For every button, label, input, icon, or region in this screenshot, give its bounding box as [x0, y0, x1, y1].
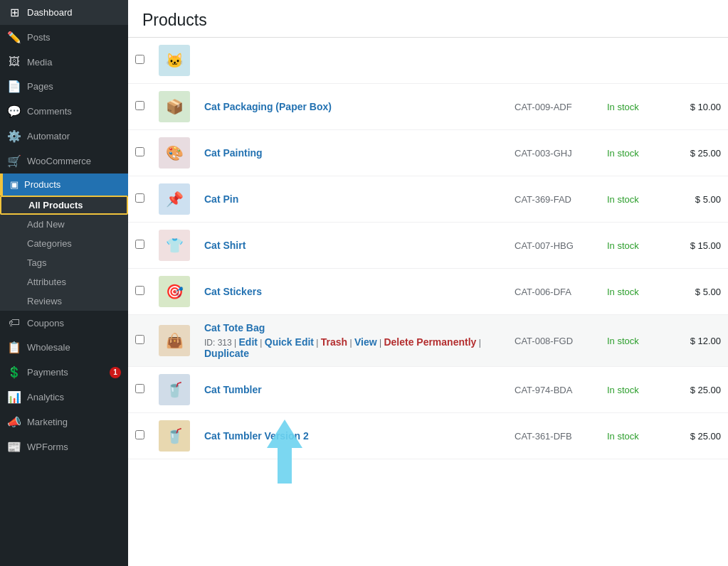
product-thumbnail: 👕	[159, 230, 190, 261]
sidebar-item-payments[interactable]: 💲 Payments 1	[0, 360, 128, 385]
sidebar-item-pages[interactable]: 📄 Pages	[0, 74, 128, 99]
stock-status: In stock	[607, 194, 639, 205]
product-thumbnail: 👜	[159, 325, 190, 356]
sidebar-item-label: WooCommerce	[27, 156, 121, 166]
products-table: 🐱 📦 Cat Packaging (Paper Box) CAT-009-AD…	[128, 38, 728, 459]
payments-icon: 💲	[7, 365, 21, 379]
page-header: Products	[128, 0, 728, 38]
sidebar-item-label: Payments	[27, 367, 107, 378]
product-name-cell: Cat Tumbler	[197, 367, 507, 413]
product-price: $ 10.00	[690, 102, 721, 112]
sidebar-item-media[interactable]: 🖼 Media	[0, 50, 128, 74]
product-name-link[interactable]: Cat Packaging (Paper Box)	[204, 101, 332, 112]
row-checkbox[interactable]	[135, 147, 144, 156]
duplicate-link[interactable]: Duplicate	[204, 348, 249, 359]
product-name-cell: Cat Painting	[197, 130, 507, 176]
row-checkbox[interactable]	[135, 193, 144, 203]
table-row: 🥤 Cat Tumbler CAT-974-BDA In stock $ 25.…	[128, 367, 728, 413]
product-name-link[interactable]: Cat Pin	[204, 193, 238, 205]
pages-icon: 📄	[7, 80, 21, 93]
row-checkbox[interactable]	[135, 55, 144, 64]
product-name-cell: Cat Pin	[197, 176, 507, 223]
sidebar-item-all-products[interactable]: All Products	[0, 196, 128, 215]
product-thumbnail: 🐱	[159, 45, 190, 76]
row-checkbox[interactable]	[135, 384, 144, 393]
table-row: 📌 Cat Pin CAT-369-FAD In stock $ 5.00	[128, 176, 728, 223]
row-checkbox[interactable]	[135, 240, 144, 249]
sidebar-item-analytics[interactable]: 📊 Analytics	[0, 385, 128, 410]
product-thumbnail: 📌	[159, 183, 190, 215]
product-name-cell: Cat Packaging (Paper Box)	[197, 84, 507, 130]
product-name-link[interactable]: Cat Tumbler Version 2	[204, 430, 309, 442]
sidebar-item-label: Comments	[27, 106, 121, 117]
row-checkbox[interactable]	[135, 286, 144, 295]
posts-icon: ✏️	[7, 31, 21, 44]
product-name-link[interactable]: Cat Tumbler	[204, 384, 262, 395]
sidebar-item-products[interactable]: ▣ Products	[0, 173, 128, 196]
media-icon: 🖼	[7, 55, 21, 68]
sidebar-item-automator[interactable]: ⚙️ Automator	[0, 124, 128, 149]
table-row: 📦 Cat Packaging (Paper Box) CAT-009-ADF …	[128, 84, 728, 130]
product-name-cell	[197, 38, 507, 84]
sidebar-item-marketing[interactable]: 📣 Marketing	[0, 410, 128, 434]
product-sku: CAT-361-DFB	[515, 431, 572, 442]
product-name-cell: Cat Tumbler Version 2	[197, 413, 507, 459]
sidebar-item-add-new[interactable]: Add New	[0, 215, 128, 234]
sidebar-item-label: Pages	[27, 81, 121, 92]
sidebar-item-posts[interactable]: ✏️ Posts	[0, 25, 128, 50]
page-title: Products	[142, 11, 714, 30]
stock-status: In stock	[607, 102, 639, 112]
table-row: 🎯 Cat Stickers CAT-006-DFA In stock $ 5.…	[128, 269, 728, 315]
view-link[interactable]: View	[354, 336, 377, 348]
sidebar-item-wholesale[interactable]: 📋 Wholesale	[0, 335, 128, 360]
product-thumbnail: 🥤	[159, 420, 190, 452]
sidebar-item-woocommerce[interactable]: 🛒 WooCommerce	[0, 149, 128, 173]
sidebar-item-attributes[interactable]: Attributes	[0, 272, 128, 292]
product-thumbnail: 🎨	[159, 137, 190, 169]
product-sku: CAT-007-HBG	[515, 240, 574, 251]
product-thumbnail: 🎯	[159, 276, 190, 307]
sidebar-item-tags[interactable]: Tags	[0, 253, 128, 272]
product-name-link[interactable]: Cat Stickers	[204, 286, 262, 297]
row-checkbox[interactable]	[135, 430, 144, 439]
edit-link[interactable]: Edit	[239, 336, 258, 348]
stock-status: In stock	[607, 431, 639, 442]
trash-link[interactable]: Trash	[321, 336, 347, 348]
product-sku: CAT-369-FAD	[515, 194, 571, 205]
sidebar-item-label: Analytics	[27, 392, 121, 402]
sidebar-item-label: Coupons	[27, 318, 121, 329]
product-price: $ 25.00	[690, 385, 721, 395]
product-row-actions: ID: 313 | Edit | Quick Edit | Trash | Vi…	[204, 336, 500, 359]
product-price: $ 25.00	[690, 148, 721, 159]
delete-permanently-link[interactable]: Delete Permanently	[384, 336, 476, 348]
product-name-link[interactable]: Cat Painting	[204, 147, 263, 159]
product-name-link[interactable]: Cat Shirt	[204, 240, 246, 251]
product-price: $ 12.00	[690, 336, 721, 346]
product-thumbnail: 🥤	[159, 374, 190, 405]
product-sku: CAT-008-FGD	[515, 336, 573, 346]
sidebar-item-coupons[interactable]: 🏷 Coupons	[0, 311, 128, 335]
sidebar-item-comments[interactable]: 💬 Comments	[0, 99, 128, 124]
product-name-cell: Cat Shirt	[197, 223, 507, 269]
row-checkbox[interactable]	[135, 101, 144, 110]
sidebar-item-label: Dashboard	[27, 7, 121, 18]
sidebar-item-reviews[interactable]: Reviews	[0, 292, 128, 311]
product-name-link[interactable]: Cat Tote Bag	[204, 322, 265, 333]
sidebar: ⊞ Dashboard ✏️ Posts 🖼 Media 📄 Pages 💬 C…	[0, 0, 128, 566]
products-submenu: All Products Add New Categories Tags Att…	[0, 196, 128, 311]
product-name-cell: Cat Tote Bag ID: 313 | Edit | Quick Edit…	[197, 315, 507, 367]
products-icon: ▣	[10, 179, 19, 190]
product-price: $ 15.00	[690, 240, 721, 251]
table-row: 👕 Cat Shirt CAT-007-HBG In stock $ 15.00	[128, 223, 728, 269]
sidebar-item-categories[interactable]: Categories	[0, 234, 128, 253]
coupons-icon: 🏷	[7, 316, 21, 329]
product-price: $ 25.00	[690, 431, 721, 442]
sidebar-item-wpforms[interactable]: 📰 WPForms	[0, 434, 128, 459]
product-sku: CAT-006-DFA	[515, 287, 571, 297]
row-checkbox[interactable]	[135, 335, 144, 344]
sidebar-item-dashboard[interactable]: ⊞ Dashboard	[0, 0, 128, 25]
marketing-icon: 📣	[7, 415, 21, 429]
wpforms-icon: 📰	[7, 440, 21, 454]
product-sku: CAT-974-BDA	[515, 385, 572, 395]
quick-edit-link[interactable]: Quick Edit	[265, 336, 314, 348]
